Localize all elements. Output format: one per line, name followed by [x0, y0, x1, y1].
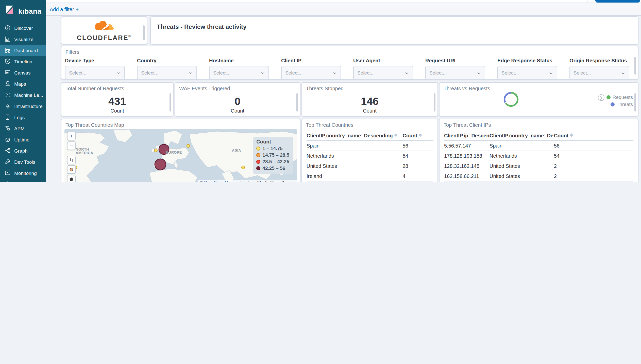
filter-select-client-ip[interactable]: Select...	[281, 66, 341, 80]
polygon-tool-button[interactable]	[67, 175, 76, 182]
sidebar-item-canvas[interactable]: Canvas	[0, 67, 46, 78]
openstreetmap-link[interactable]: OpenStreetMap contributors,	[204, 180, 256, 182]
column-header-clientip-country-name-descending[interactable]: ClientIP.country_name: Descending	[490, 131, 554, 141]
filter-label: Request URI	[425, 58, 485, 63]
sidebar-item-label: Dev Tools	[14, 159, 35, 165]
column-header-clientip-country-name-descending[interactable]: ClientIP.country_name: Descending	[307, 131, 403, 141]
filter-select-edge-response-status[interactable]: Select...	[497, 66, 557, 80]
sidebar-item-infrastructure[interactable]: Infrastructure	[0, 100, 46, 112]
filter-select-device-type[interactable]: Select...	[65, 66, 125, 80]
sort-icon[interactable]	[394, 133, 397, 137]
clock-check-icon	[5, 136, 11, 142]
legend-collapse-icon[interactable]: ❯	[598, 94, 604, 101]
metric-value: 0	[175, 96, 300, 106]
map-region-label: NORTH AMERICA	[76, 147, 93, 154]
sidebar-item-machine-le[interactable]: Machine Le...	[0, 89, 46, 100]
table-cell: 56	[554, 141, 633, 151]
scrollbar[interactable]	[634, 93, 636, 111]
column-header-count[interactable]: Count	[554, 131, 633, 141]
column-header-label: ClientIP.country_name: Descending	[490, 133, 554, 138]
kibana-home[interactable]: kibana	[0, 0, 46, 22]
panel-threats-vs-requests: Threats vs Requests ❯RequestsThreats	[439, 82, 638, 117]
submit-query-button[interactable]	[595, 0, 640, 3]
sort-icon[interactable]	[419, 133, 422, 137]
sidebar-item-dashboard[interactable]: Dashboard	[0, 45, 46, 56]
legend-item-requests[interactable]: ❯Requests	[598, 94, 633, 101]
sidebar-item-dev-tools[interactable]: Dev Tools	[0, 156, 46, 167]
sidebar-item-graph[interactable]: Graph	[0, 145, 46, 156]
sidebar-item-uptime[interactable]: Uptime	[0, 134, 46, 145]
legend-dot-icon	[256, 146, 260, 150]
legend-item-threats[interactable]: Threats	[598, 101, 633, 108]
scrollbar[interactable]	[434, 93, 435, 111]
map-marker[interactable]	[187, 144, 190, 147]
sidebar-item-visualize[interactable]: Visualize	[0, 33, 46, 45]
table-row: 178.128.193.158Netherlands54	[444, 151, 633, 161]
sidebar-item-timelion[interactable]: Timelion	[0, 56, 46, 67]
scrollbar[interactable]	[296, 93, 298, 111]
panel-metric-threats-stopped: Threats Stopped 146 Count	[301, 82, 438, 117]
document-lines-icon	[5, 114, 11, 120]
world-map[interactable]: NORTH AMERICAEUROPEASIA +− Count 1 – 14.…	[64, 129, 297, 182]
panel-cloudflare-logo: CLOUDFLARE®	[61, 16, 147, 45]
shield-clock-icon	[5, 58, 11, 64]
panel-title: Top Threat Countries Map	[61, 119, 300, 128]
add-filter-link[interactable]: Add a filter +	[50, 6, 79, 12]
sidebar-item-label: Visualize	[14, 36, 33, 42]
sidebar-item-maps[interactable]: Maps	[0, 78, 46, 89]
sort-icon[interactable]	[570, 133, 573, 137]
zoom-out-button[interactable]: −	[67, 141, 76, 150]
sidebar-item-label: APM	[14, 125, 25, 131]
chevron-down-icon	[404, 68, 409, 77]
filter-select-origin-response-status[interactable]: Select...	[569, 66, 629, 80]
table-cell: Russia	[307, 181, 403, 182]
kibana-logo-icon	[5, 5, 15, 17]
scrollbar[interactable]	[634, 57, 636, 75]
table-cell: Spain	[307, 141, 403, 151]
map-region-label: ASIA	[232, 148, 241, 152]
main-area: Add a filter +	[46, 0, 641, 182]
map-marker[interactable]	[155, 159, 166, 170]
filter-country: CountrySelect...	[137, 58, 197, 80]
filter-select-country[interactable]: Select...	[137, 66, 197, 80]
column-header-clientip-ip-descending[interactable]: ClientIP.ip: Descending	[444, 131, 490, 141]
chevron-down-icon	[332, 68, 337, 77]
heartbeat-icon	[5, 170, 11, 176]
filter-select-user-agent[interactable]: Select...	[353, 66, 413, 80]
table-cell: United States	[490, 161, 554, 171]
sidebar-item-apm[interactable]: APM	[0, 123, 46, 134]
filter-label: Origin Response Status	[569, 58, 629, 63]
circle-tool-button[interactable]	[67, 165, 76, 174]
column-header-count[interactable]: Count	[403, 131, 433, 141]
scrollbar[interactable]	[170, 93, 171, 111]
column-header-label: ClientIP.ip: Descending	[444, 133, 490, 138]
filter-select-hostname[interactable]: Select...	[209, 66, 269, 80]
sidebar-item-discover[interactable]: Discover	[0, 22, 46, 33]
metric-unit: Count	[61, 108, 173, 114]
sidebar-item-monitoring[interactable]: Monitoring	[0, 167, 46, 178]
sidebar-item-label: Infrastructure	[14, 103, 43, 109]
table-row: Ireland4	[307, 171, 433, 181]
sidebar-item-management[interactable]: Management	[0, 178, 46, 182]
legend-range-label: 28.5 – 42.25	[262, 158, 289, 165]
metric-title: Total Number of Requests	[61, 83, 173, 91]
zoom-in-button[interactable]: +	[67, 132, 76, 140]
table-header-row: ClientIP.country_name: DescendingCount	[307, 131, 433, 141]
filter-label: Device Type	[65, 58, 125, 63]
chevron-down-icon	[188, 68, 193, 77]
table-row: United States28	[307, 161, 433, 171]
metric-value: 146	[302, 96, 437, 106]
map-marker[interactable]	[154, 149, 157, 152]
sidebar-item-logs[interactable]: Logs	[0, 112, 46, 123]
map-controls: +−	[67, 132, 76, 182]
table-cell: 2	[554, 171, 633, 181]
map-region-label: EUROPE	[166, 150, 182, 154]
filter-request-uri: Request URISelect...	[425, 58, 485, 80]
query-input[interactable]	[584, 0, 588, 3]
filter-select-request-uri[interactable]: Select...	[425, 66, 485, 80]
crop-tool-button[interactable]	[67, 156, 76, 164]
metric-value: 431	[61, 96, 173, 106]
sidebar-item-label: Logs	[14, 114, 25, 120]
scrollbar[interactable]	[143, 26, 145, 40]
map-marker[interactable]	[242, 166, 245, 169]
